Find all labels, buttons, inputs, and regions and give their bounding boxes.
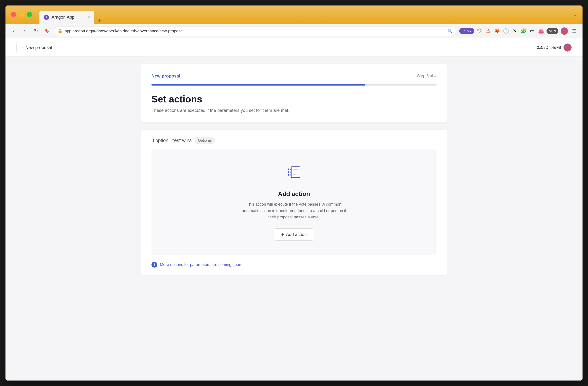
tab-bar: A Aragon App × + — [40, 5, 105, 24]
browser-titlebar: A Aragon App × + ⌄ — [5, 5, 583, 24]
info-icon: i — [151, 262, 157, 268]
wallet-address-text: 0x58D...4eF8 — [537, 45, 561, 50]
step-card: New proposal Step 3 of 4 Set actions The… — [141, 64, 447, 123]
svg-point-4 — [288, 169, 290, 170]
add-action-description: This action will execute if the vote pas… — [239, 201, 349, 220]
maximize-window-button[interactable] — [27, 12, 32, 17]
coming-soon-text: More options for parameters are coming s… — [160, 262, 242, 267]
progress-bar-container — [151, 84, 437, 86]
active-tab[interactable]: A Aragon App × — [40, 11, 94, 24]
action-icon-container — [285, 164, 303, 183]
wallet-info: 0x58D...4eF8 — [537, 43, 571, 52]
brave-alert-icon[interactable]: ⚠ — [485, 28, 492, 34]
clock-extension-icon[interactable]: 🕐 — [503, 28, 509, 34]
close-window-button[interactable] — [11, 12, 16, 17]
forward-button[interactable]: › — [21, 27, 29, 35]
new-tab-button[interactable]: + — [94, 17, 105, 24]
add-action-plus-icon: + — [281, 232, 284, 237]
add-action-button[interactable]: + Add action — [274, 228, 314, 240]
step-header: New proposal Step 3 of 4 — [151, 73, 437, 79]
optional-badge: Optional — [195, 137, 215, 144]
action-list-icon — [285, 164, 303, 182]
page-title: Set actions — [151, 94, 437, 105]
security-lock-icon: 🔒 — [58, 29, 63, 33]
brave-shield-icon[interactable]: 🛡 — [476, 28, 483, 34]
action-section-label: If option "Yes" wins Optional — [151, 137, 437, 144]
refresh-button[interactable]: ↻ — [32, 27, 40, 35]
address-bar[interactable]: 🔒 app.aragon.org/#/daos/goerli/qn.dao.et… — [54, 26, 456, 36]
sidebar-extension-icon[interactable]: ▭ — [529, 28, 536, 34]
page-subtitle: These actions are executed if the parame… — [151, 108, 437, 113]
vpn-label: VPN — [549, 29, 556, 33]
minimize-window-button[interactable] — [19, 12, 24, 17]
tab-close-button[interactable]: × — [87, 15, 90, 20]
browser-toolbar: ‹ › ↻ 🔖 🔒 app.aragon.org/#/daos/goerli/q… — [5, 24, 583, 38]
coming-soon-note: i More options for parameters are coming… — [151, 262, 437, 268]
window-controls: ⌄ — [573, 12, 577, 18]
app-content: ‹ New proposal 0x58D...4eF8 New proposal… — [5, 38, 583, 381]
action-empty-state-box: Add action This action will execute if t… — [151, 149, 437, 255]
svg-point-6 — [288, 174, 290, 176]
tab-favicon: A — [44, 15, 49, 20]
bookmark-button[interactable]: 🔖 — [43, 27, 51, 35]
ipfs-extension[interactable]: IPFS ● — [459, 28, 474, 34]
app-header: ‹ New proposal 0x58D...4eF8 — [5, 38, 583, 57]
step-title: New proposal — [151, 73, 180, 79]
vpn-extension[interactable]: VPN — [546, 28, 558, 34]
svg-point-5 — [288, 171, 290, 173]
browser-profile-avatar[interactable] — [561, 27, 568, 35]
back-button[interactable]: ‹ — [10, 27, 18, 35]
fox-extension-icon[interactable]: 🦊 — [494, 28, 501, 34]
browser-extensions: IPFS ● 🛡 ⚠ 🦊 🕐 ✕ 🧩 ▭ 👛 VPN ☰ — [459, 27, 578, 35]
progress-bar-fill — [151, 84, 365, 86]
ipfs-label: IPFS — [462, 29, 469, 33]
main-content: New proposal Step 3 of 4 Set actions The… — [129, 57, 459, 290]
step-indicator: Step 3 of 4 — [417, 73, 437, 78]
back-arrow-icon: ‹ — [22, 45, 23, 50]
add-action-label: Add action — [286, 232, 307, 237]
back-button-label: New proposal — [25, 45, 52, 50]
wallet-avatar — [564, 43, 571, 52]
url-text: app.aragon.org/#/daos/goerli/qn.dao.eth/… — [65, 29, 445, 33]
search-icon: 🔍 — [447, 29, 452, 33]
puzzle-extension-icon[interactable]: 🧩 — [520, 28, 527, 34]
traffic-lights — [11, 12, 32, 17]
wallet-extension-icon[interactable]: 👛 — [538, 28, 544, 34]
action-section: If option "Yes" wins Optional — [141, 130, 447, 275]
action-condition-text: If option "Yes" wins — [151, 138, 192, 143]
add-action-title: Add action — [278, 190, 310, 197]
tab-title: Aragon App — [52, 15, 74, 20]
x-extension-icon[interactable]: ✕ — [511, 28, 518, 34]
browser-window: A Aragon App × + ⌄ ‹ › ↻ 🔖 🔒 app.aragon.… — [5, 5, 583, 381]
browser-menu-button[interactable]: ☰ — [570, 27, 578, 35]
ipfs-status-icon: ● — [470, 30, 472, 33]
back-to-proposals-button[interactable]: ‹ New proposal — [17, 42, 57, 53]
